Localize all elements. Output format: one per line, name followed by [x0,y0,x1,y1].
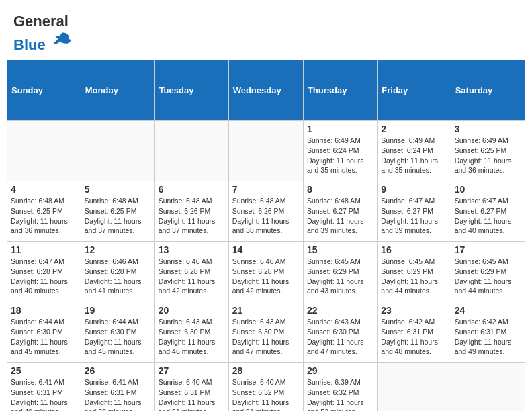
calendar-cell: 8Sunrise: 6:48 AMSunset: 6:27 PMDaylight… [303,181,377,242]
calendar-table: SundayMondayTuesdayWednesdayThursdayFrid… [7,60,525,411]
calendar-header-row: SundayMondayTuesdayWednesdayThursdayFrid… [7,60,525,121]
day-number: 22 [307,305,373,316]
calendar-cell [81,121,154,181]
calendar-cell: 7Sunrise: 6:48 AMSunset: 6:26 PMDaylight… [228,181,303,242]
calendar-cell: 22Sunrise: 6:43 AMSunset: 6:30 PMDayligh… [303,302,377,363]
day-info: Sunrise: 6:48 AMSunset: 6:26 PMDaylight:… [159,196,225,236]
day-number: 5 [85,184,151,195]
day-info: Sunrise: 6:40 AMSunset: 6:32 PMDaylight:… [232,377,300,411]
day-info: Sunrise: 6:40 AMSunset: 6:31 PMDaylight:… [159,377,225,411]
calendar-cell: 10Sunrise: 6:47 AMSunset: 6:27 PMDayligh… [451,181,525,242]
day-number: 7 [232,184,300,195]
day-number: 20 [159,305,225,316]
calendar-cell [378,363,451,411]
calendar-cell: 13Sunrise: 6:46 AMSunset: 6:28 PMDayligh… [154,242,228,302]
calendar-cell: 18Sunrise: 6:44 AMSunset: 6:30 PMDayligh… [7,302,81,363]
logo: General Blue [13,13,72,53]
calendar-cell: 20Sunrise: 6:43 AMSunset: 6:30 PMDayligh… [154,302,228,363]
day-info: Sunrise: 6:39 AMSunset: 6:32 PMDaylight:… [307,377,373,411]
calendar-week-1: 1Sunrise: 6:49 AMSunset: 6:24 PMDaylight… [7,121,525,181]
calendar-cell [228,121,303,181]
day-number: 15 [307,244,373,255]
day-number: 24 [455,305,521,316]
day-info: Sunrise: 6:46 AMSunset: 6:28 PMDaylight:… [85,257,151,296]
day-info: Sunrise: 6:46 AMSunset: 6:28 PMDaylight:… [232,257,300,296]
calendar-header-saturday: Saturday [451,60,525,121]
calendar-header-thursday: Thursday [303,60,377,121]
day-info: Sunrise: 6:49 AMSunset: 6:24 PMDaylight:… [307,136,373,175]
day-number: 25 [11,365,77,376]
day-number: 29 [307,365,373,376]
calendar-cell: 28Sunrise: 6:40 AMSunset: 6:32 PMDayligh… [228,363,303,411]
day-number: 12 [85,244,151,255]
calendar-cell: 24Sunrise: 6:42 AMSunset: 6:31 PMDayligh… [451,302,525,363]
day-number: 17 [455,244,521,255]
day-info: Sunrise: 6:43 AMSunset: 6:30 PMDaylight:… [232,317,300,357]
calendar-header-wednesday: Wednesday [228,60,303,121]
day-number: 26 [85,365,151,376]
day-info: Sunrise: 6:41 AMSunset: 6:31 PMDaylight:… [11,377,77,411]
calendar-week-4: 18Sunrise: 6:44 AMSunset: 6:30 PMDayligh… [7,302,525,363]
day-info: Sunrise: 6:47 AMSunset: 6:27 PMDaylight:… [455,196,521,236]
day-info: Sunrise: 6:48 AMSunset: 6:27 PMDaylight:… [307,196,373,236]
day-info: Sunrise: 6:45 AMSunset: 6:29 PMDaylight:… [381,257,447,296]
calendar-cell: 29Sunrise: 6:39 AMSunset: 6:32 PMDayligh… [303,363,377,411]
day-number: 27 [159,365,225,376]
day-info: Sunrise: 6:45 AMSunset: 6:29 PMDaylight:… [307,257,373,296]
calendar-cell: 15Sunrise: 6:45 AMSunset: 6:29 PMDayligh… [303,242,377,302]
day-number: 3 [455,124,521,134]
calendar-body: 1Sunrise: 6:49 AMSunset: 6:24 PMDaylight… [7,121,525,411]
calendar-cell: 1Sunrise: 6:49 AMSunset: 6:24 PMDaylight… [303,121,377,181]
calendar-cell [154,121,228,181]
calendar-cell: 2Sunrise: 6:49 AMSunset: 6:24 PMDaylight… [378,121,451,181]
day-info: Sunrise: 6:42 AMSunset: 6:31 PMDaylight:… [381,317,447,357]
day-info: Sunrise: 6:47 AMSunset: 6:28 PMDaylight:… [11,257,77,296]
day-info: Sunrise: 6:47 AMSunset: 6:27 PMDaylight:… [381,196,447,236]
day-info: Sunrise: 6:49 AMSunset: 6:24 PMDaylight:… [381,136,447,175]
calendar-cell: 21Sunrise: 6:43 AMSunset: 6:30 PMDayligh… [228,302,303,363]
day-number: 23 [381,305,447,316]
calendar-week-5: 25Sunrise: 6:41 AMSunset: 6:31 PMDayligh… [7,363,525,411]
calendar-header-friday: Friday [378,60,451,121]
calendar-cell [7,121,81,181]
day-info: Sunrise: 6:43 AMSunset: 6:30 PMDaylight:… [307,317,373,357]
day-number: 10 [455,184,521,195]
day-info: Sunrise: 6:44 AMSunset: 6:30 PMDaylight:… [11,317,77,357]
day-info: Sunrise: 6:42 AMSunset: 6:31 PMDaylight:… [455,317,521,357]
calendar-cell: 4Sunrise: 6:48 AMSunset: 6:25 PMDaylight… [7,181,81,242]
calendar-header-sunday: Sunday [7,60,81,121]
logo-blue: Blue [13,36,46,53]
calendar-cell: 19Sunrise: 6:44 AMSunset: 6:30 PMDayligh… [81,302,154,363]
calendar-cell: 12Sunrise: 6:46 AMSunset: 6:28 PMDayligh… [81,242,154,302]
calendar-cell: 14Sunrise: 6:46 AMSunset: 6:28 PMDayligh… [228,242,303,302]
logo-general: General [13,13,69,30]
day-number: 14 [232,244,300,255]
calendar-cell: 3Sunrise: 6:49 AMSunset: 6:25 PMDaylight… [451,121,525,181]
calendar-cell: 17Sunrise: 6:45 AMSunset: 6:29 PMDayligh… [451,242,525,302]
day-info: Sunrise: 6:49 AMSunset: 6:25 PMDaylight:… [455,136,521,175]
day-number: 28 [232,365,300,376]
calendar-cell: 23Sunrise: 6:42 AMSunset: 6:31 PMDayligh… [378,302,451,363]
day-number: 1 [307,124,373,134]
calendar-week-3: 11Sunrise: 6:47 AMSunset: 6:28 PMDayligh… [7,242,525,302]
day-info: Sunrise: 6:48 AMSunset: 6:26 PMDaylight:… [232,196,300,236]
day-info: Sunrise: 6:48 AMSunset: 6:25 PMDaylight:… [85,196,151,236]
calendar-week-2: 4Sunrise: 6:48 AMSunset: 6:25 PMDaylight… [7,181,525,242]
calendar-cell: 26Sunrise: 6:41 AMSunset: 6:31 PMDayligh… [81,363,154,411]
calendar-cell: 27Sunrise: 6:40 AMSunset: 6:31 PMDayligh… [154,363,228,411]
day-number: 2 [381,124,447,134]
day-number: 8 [307,184,373,195]
calendar-cell: 16Sunrise: 6:45 AMSunset: 6:29 PMDayligh… [378,242,451,302]
day-info: Sunrise: 6:43 AMSunset: 6:30 PMDaylight:… [159,317,225,357]
day-number: 11 [11,244,77,255]
day-info: Sunrise: 6:44 AMSunset: 6:30 PMDaylight:… [85,317,151,357]
logo-bird-icon [52,30,72,50]
calendar-cell: 6Sunrise: 6:48 AMSunset: 6:26 PMDaylight… [154,181,228,242]
day-info: Sunrise: 6:41 AMSunset: 6:31 PMDaylight:… [85,377,151,411]
calendar-header-tuesday: Tuesday [154,60,228,121]
calendar-cell [451,363,525,411]
calendar-cell: 9Sunrise: 6:47 AMSunset: 6:27 PMDaylight… [378,181,451,242]
calendar-cell: 25Sunrise: 6:41 AMSunset: 6:31 PMDayligh… [7,363,81,411]
day-number: 19 [85,305,151,316]
calendar-cell: 5Sunrise: 6:48 AMSunset: 6:25 PMDaylight… [81,181,154,242]
